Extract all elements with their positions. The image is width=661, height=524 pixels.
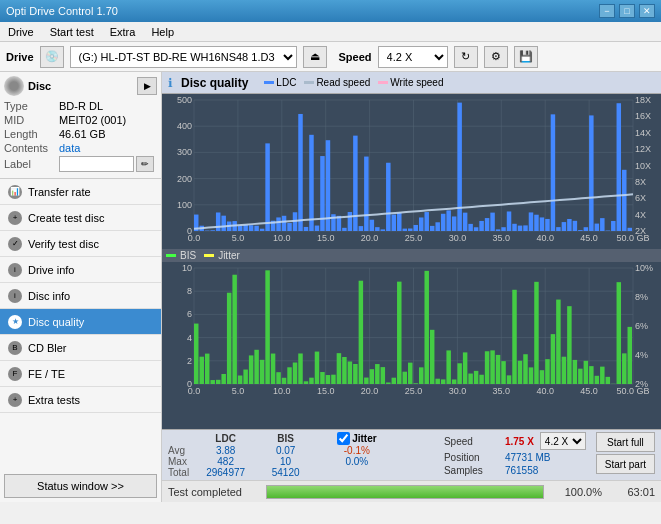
legend-ldc: LDC — [264, 77, 296, 88]
titlebar: Opti Drive Control 1.70 − □ ✕ — [0, 0, 661, 22]
refresh-button[interactable]: ↻ — [454, 46, 478, 68]
sidebar-item-drive-info-label: Drive info — [28, 264, 74, 276]
samples-val: 761558 — [505, 465, 538, 476]
disc-icon — [4, 76, 24, 96]
close-button[interactable]: ✕ — [639, 4, 655, 18]
label-key: Label — [4, 158, 59, 170]
speed-select[interactable]: 4.2 X — [378, 46, 448, 68]
stats-table: LDC BIS Jitter Avg 3.88 0.07 -0.1% — [168, 432, 381, 478]
time-text: 63:01 — [610, 486, 655, 498]
drive-info-icon: i — [8, 263, 22, 277]
sidebar-item-cd-bler-label: CD Bler — [28, 342, 67, 354]
sidebar-item-extra-tests[interactable]: + Extra tests — [0, 387, 161, 413]
right-panel: ℹ Disc quality LDC Read speed Write spee… — [162, 72, 661, 502]
sidebar-item-disc-info-label: Disc info — [28, 290, 70, 302]
mid-key: MID — [4, 114, 59, 126]
legend-jitter-label: Jitter — [218, 250, 240, 261]
drive-label: Drive — [6, 51, 34, 63]
menu-help[interactable]: Help — [147, 24, 178, 40]
legend-jitter-dot — [204, 254, 214, 257]
sidebar-item-fe-te-label: FE / TE — [28, 368, 65, 380]
menubar: Drive Start test Extra Help — [0, 22, 661, 42]
disc-change-button[interactable]: ▶ — [137, 77, 157, 95]
disc-quality-icon: ★ — [8, 315, 22, 329]
legend-read: Read speed — [304, 77, 370, 88]
sidebar-item-transfer-rate[interactable]: 📊 Transfer rate — [0, 179, 161, 205]
disc-info-icon: i — [8, 289, 22, 303]
type-key: Type — [4, 100, 59, 112]
legend-write: Write speed — [378, 77, 443, 88]
eject-button[interactable]: ⏏ — [303, 46, 327, 68]
maximize-button[interactable]: □ — [619, 4, 635, 18]
total-ldc-val: 2964977 — [193, 467, 258, 478]
legend-bis-dot — [166, 254, 176, 257]
sidebar-item-drive-info[interactable]: i Drive info — [0, 257, 161, 283]
mid-val: MEIT02 (001) — [59, 114, 126, 126]
bottom-chart — [162, 262, 661, 402]
action-buttons: Start full Start part — [596, 432, 655, 474]
sidebar-item-create-test-disc-label: Create test disc — [28, 212, 104, 224]
samples-label: Samples — [444, 465, 499, 476]
total-row-label: Total — [168, 467, 193, 478]
disc-panel: Disc ▶ Type BD-R DL MID MEIT02 (001) Len… — [0, 72, 161, 179]
menu-extra[interactable]: Extra — [106, 24, 140, 40]
col-header-bis: BIS — [258, 432, 313, 445]
max-bis-val: 10 — [258, 456, 313, 467]
speed-label: Speed — [339, 51, 372, 63]
speed-stat-label: Speed — [444, 436, 499, 447]
col-header-ldc: LDC — [193, 432, 258, 445]
sidebar-item-create-test-disc[interactable]: + Create test disc — [0, 205, 161, 231]
legend-jitter: Jitter — [204, 250, 240, 261]
legend-read-dot — [304, 81, 314, 84]
start-part-button[interactable]: Start part — [596, 454, 655, 474]
progress-area: Test completed 100.0% 63:01 — [162, 480, 661, 502]
avg-bis-val: 0.07 — [258, 445, 313, 456]
jitter-checkbox[interactable] — [337, 432, 350, 445]
contents-val: data — [59, 142, 80, 154]
start-full-button[interactable]: Start full — [596, 432, 655, 452]
toolbar: Drive 💿 (G:) HL-DT-ST BD-RE WH16NS48 1.D… — [0, 42, 661, 72]
verify-test-disc-icon: ✓ — [8, 237, 22, 251]
total-bis-val: 54120 — [258, 467, 313, 478]
disc-panel-label: Disc — [28, 80, 51, 92]
speed-stat-select[interactable]: 4.2 X — [540, 432, 586, 450]
sidebar-item-disc-info[interactable]: i Disc info — [0, 283, 161, 309]
samples-row: Samples 761558 — [444, 465, 586, 476]
legend-write-label: Write speed — [390, 77, 443, 88]
status-window-button[interactable]: Status window >> — [4, 474, 157, 498]
chart-legend: LDC Read speed Write speed — [264, 77, 443, 88]
legend-read-label: Read speed — [316, 77, 370, 88]
sidebar-item-fe-te[interactable]: F FE / TE — [0, 361, 161, 387]
charts-container: BIS Jitter — [162, 94, 661, 429]
avg-row-label: Avg — [168, 445, 193, 456]
settings-button[interactable]: ⚙ — [484, 46, 508, 68]
drive-icon-button[interactable]: 💿 — [40, 46, 64, 68]
label-input[interactable] — [59, 156, 134, 172]
max-ldc-val: 482 — [193, 456, 258, 467]
avg-jitter-val: -0.1% — [333, 445, 380, 456]
contents-key: Contents — [4, 142, 59, 154]
chart-header: ℹ Disc quality LDC Read speed Write spee… — [162, 72, 661, 94]
length-key: Length — [4, 128, 59, 140]
max-row-label: Max — [168, 456, 193, 467]
jitter-col-label: Jitter — [352, 433, 376, 444]
stats-area: LDC BIS Jitter Avg 3.88 0.07 -0.1% — [162, 429, 661, 480]
progress-bar-fill — [267, 486, 543, 498]
position-label: Position — [444, 452, 499, 463]
create-test-disc-icon: + — [8, 211, 22, 225]
sidebar-item-verify-test-disc[interactable]: ✓ Verify test disc — [0, 231, 161, 257]
sidebar-item-cd-bler[interactable]: B CD Bler — [0, 335, 161, 361]
type-val: BD-R DL — [59, 100, 103, 112]
chart-header-icon: ℹ — [168, 76, 173, 90]
progress-bar-container — [266, 485, 544, 499]
label-edit-button[interactable]: ✏ — [136, 156, 154, 172]
max-jitter-val: 0.0% — [333, 456, 380, 467]
drive-select[interactable]: (G:) HL-DT-ST BD-RE WH16NS48 1.D3 — [70, 46, 297, 68]
minimize-button[interactable]: − — [599, 4, 615, 18]
main-content: Disc ▶ Type BD-R DL MID MEIT02 (001) Len… — [0, 72, 661, 502]
menu-start-test[interactable]: Start test — [46, 24, 98, 40]
extra-tests-icon: + — [8, 393, 22, 407]
sidebar-item-disc-quality[interactable]: ★ Disc quality — [0, 309, 161, 335]
menu-drive[interactable]: Drive — [4, 24, 38, 40]
save-button[interactable]: 💾 — [514, 46, 538, 68]
